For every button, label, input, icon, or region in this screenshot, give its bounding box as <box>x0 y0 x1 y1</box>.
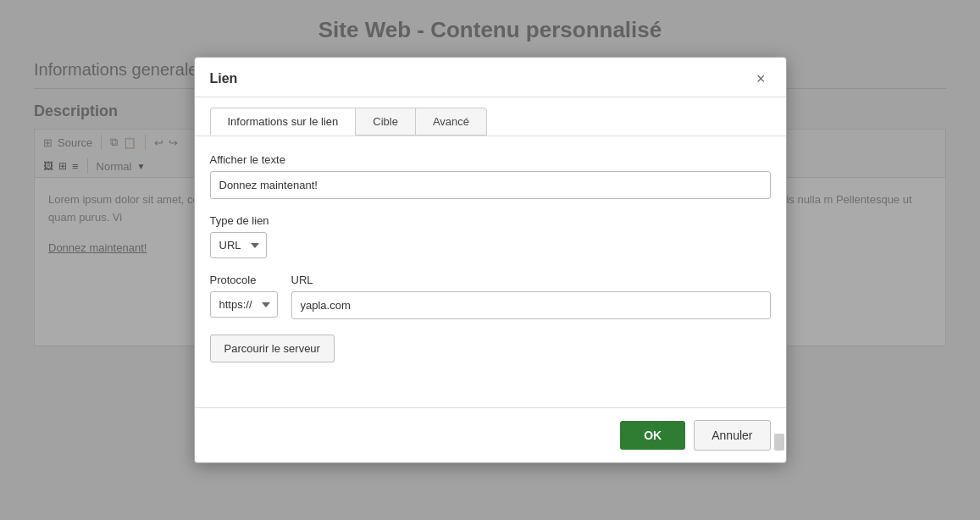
tab-info[interactable]: Informations sur le lien <box>210 108 357 136</box>
afficher-input[interactable] <box>210 171 771 199</box>
url-input[interactable] <box>291 291 771 319</box>
modal-tabs: Informations sur le lien Cible Avancé <box>195 97 786 136</box>
type-group: Type de lien URL <box>210 214 771 258</box>
protocole-select[interactable]: https:// http:// ftp:// <box>210 291 278 318</box>
modal-dialog: Lien × Informations sur le lien Cible Av… <box>194 57 787 463</box>
modal-close-button[interactable]: × <box>751 69 771 88</box>
scroll-indicator <box>774 434 784 451</box>
type-label: Type de lien <box>210 214 771 227</box>
browse-button[interactable]: Parcourir le serveur <box>210 335 335 362</box>
ok-button[interactable]: OK <box>620 421 685 450</box>
cancel-button[interactable]: Annuler <box>694 420 770 451</box>
modal-header: Lien × <box>195 58 786 97</box>
tab-avance[interactable]: Avancé <box>415 108 487 136</box>
protocole-url-row: Protocole https:// http:// ftp:// URL <box>210 274 771 335</box>
protocole-label: Protocole <box>210 274 278 286</box>
modal-body: Afficher le texte Type de lien URL Proto… <box>195 136 786 407</box>
afficher-group: Afficher le texte <box>210 153 771 199</box>
browse-group: Parcourir le serveur <box>210 335 771 362</box>
protocole-group: Protocole https:// http:// ftp:// <box>210 274 278 318</box>
type-select[interactable]: URL <box>210 232 267 258</box>
url-group: URL <box>291 274 771 319</box>
modal-overlay: Lien × Informations sur le lien Cible Av… <box>0 0 980 520</box>
tab-cible[interactable]: Cible <box>355 108 416 136</box>
url-label: URL <box>291 274 771 286</box>
modal-footer: OK Annuler <box>195 407 786 462</box>
modal-title: Lien <box>210 71 238 86</box>
afficher-label: Afficher le texte <box>210 153 771 166</box>
